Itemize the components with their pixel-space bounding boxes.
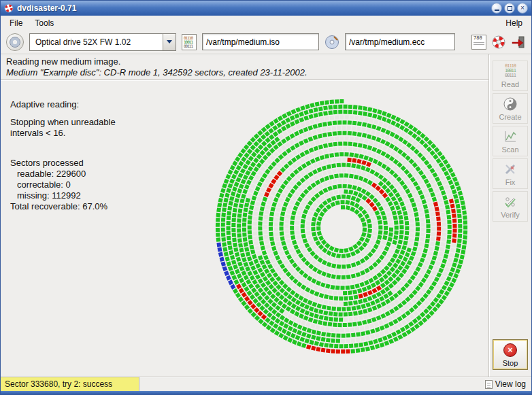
log-page-icon — [485, 380, 493, 389]
yin-yang-icon — [503, 97, 517, 111]
main-row: Reading new medium image. Medium "Exampl… — [1, 54, 531, 377]
create-button[interactable]: Create — [493, 93, 528, 124]
binary-line: 00111 — [184, 44, 196, 48]
read-binary-icon: 01110 10011 00111 — [505, 64, 516, 79]
scan-button-label: Scan — [501, 145, 518, 154]
status-line-1: Reading new medium image. — [6, 56, 483, 67]
preferences-icon[interactable]: 780 — [471, 35, 486, 50]
stop-button-label: Stop — [503, 359, 518, 367]
cd-drive-icon — [10, 37, 20, 48]
maximize-icon — [508, 6, 512, 11]
drive-combobox[interactable]: Optical drive 52X FW 1.02 — [29, 33, 176, 51]
minimize-button[interactable] — [491, 3, 502, 14]
sector-status-message: Sector 333680, try 2: success — [1, 377, 139, 391]
read-button[interactable]: 01110 10011 00111 Read — [493, 61, 528, 91]
status-message-area: Reading new medium image. Medium "Exampl… — [1, 54, 488, 80]
correctable-count: correctable: 0 — [17, 179, 116, 190]
chevron-down-icon — [167, 40, 172, 44]
drive-select-button[interactable] — [6, 33, 24, 51]
adaptive-reading-title: Adaptive reading: — [10, 99, 116, 110]
left-column: Reading new medium image. Medium "Exampl… — [1, 54, 488, 377]
verify-button-label: Verify — [501, 211, 520, 219]
sector-spiral — [207, 92, 479, 364]
stopping-line-1: Stopping when unreadable — [10, 117, 116, 128]
readable-count: readable: 229600 — [17, 169, 116, 179]
sectors-processed-title: Sectors processed — [10, 158, 116, 169]
action-sidebar: 01110 10011 00111 Read Create — [488, 54, 531, 377]
create-button-label: Create — [499, 113, 521, 121]
scan-button[interactable]: Scan — [493, 126, 528, 156]
ecc-path-input[interactable] — [345, 33, 455, 50]
status-line-2: Medium "Example disc": CD-R mode 1, 3425… — [6, 67, 483, 78]
stop-button[interactable]: × Stop — [493, 339, 528, 370]
total-recoverable: Total recoverable: 67.0% — [10, 201, 116, 212]
maximize-button[interactable] — [504, 3, 515, 14]
menu-file[interactable]: File — [3, 17, 29, 29]
read-button-label: Read — [501, 80, 519, 88]
titlebar[interactable]: dvdisaster-0.71 × — [1, 1, 531, 16]
quit-icon[interactable] — [511, 35, 526, 50]
combobox-arrow-button[interactable] — [163, 34, 176, 50]
view-log-label: View log — [495, 379, 526, 389]
help-lifebelt-icon[interactable] — [491, 35, 506, 50]
view-log-button[interactable]: View log — [480, 377, 531, 391]
ecc-file-icon — [325, 35, 339, 50]
minimize-icon — [495, 10, 499, 11]
fix-tools-icon — [503, 162, 517, 177]
prefs-digits: 780 — [473, 35, 482, 41]
missing-count: missing: 112992 — [17, 190, 116, 201]
reading-info: Adaptive reading: Stopping when unreadab… — [10, 99, 116, 212]
verify-button[interactable]: Verify — [493, 191, 528, 222]
menu-tools[interactable]: Tools — [29, 17, 60, 29]
close-button[interactable]: × — [517, 3, 528, 14]
drive-combobox-value: Optical drive 52X FW 1.02 — [30, 37, 163, 47]
close-icon: × — [520, 5, 525, 12]
image-file-icon: 01110 10011 00111 — [182, 34, 197, 50]
window-controls: × — [489, 3, 528, 14]
reading-view: Adaptive reading: Stopping when unreadab… — [1, 80, 488, 377]
iso-path-input[interactable] — [202, 33, 319, 50]
toolbar: Optical drive 52X FW 1.02 01110 10011 00… — [1, 30, 531, 54]
statusbar-spacer — [139, 377, 480, 391]
scan-curve-icon — [503, 129, 517, 144]
window-bottom-border — [1, 391, 531, 394]
verify-percent-icon — [503, 194, 517, 209]
fix-button[interactable]: Fix — [493, 158, 528, 189]
menu-help[interactable]: Help — [499, 17, 529, 29]
menubar: File Tools Help — [1, 16, 531, 30]
app-icon — [4, 3, 14, 13]
window-title: dvdisaster-0.71 — [17, 3, 76, 13]
stop-icon: × — [503, 343, 517, 358]
toolbar-right-group: 780 — [471, 35, 526, 50]
stopping-line-2: intervals < 16. — [10, 128, 116, 139]
binary-line: 00111 — [505, 73, 516, 78]
app-window: dvdisaster-0.71 × File Tools Help Optica… — [0, 0, 532, 395]
fix-button-label: Fix — [505, 178, 516, 186]
statusbar: Sector 333680, try 2: success View log — [1, 377, 531, 391]
